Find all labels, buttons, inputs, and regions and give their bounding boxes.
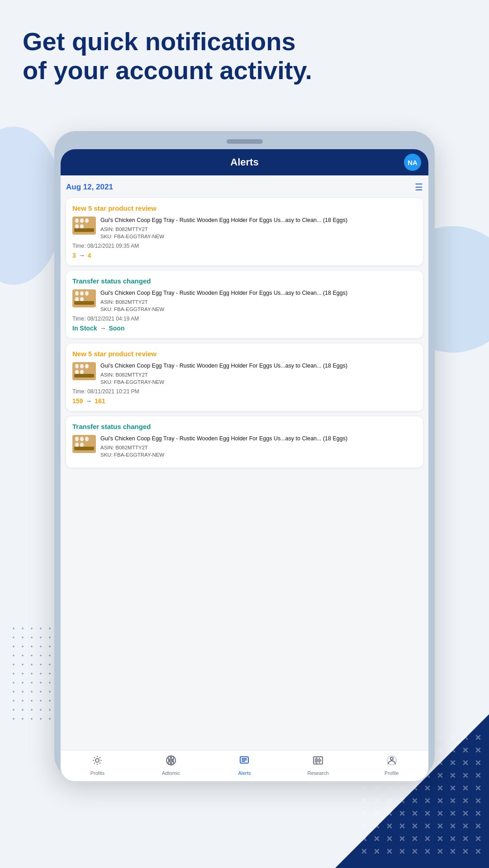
product-asin-4: ASIN: B082MTTY2T [100,444,417,451]
product-name-4: Gui's Chicken Coop Egg Tray - Rustic Woo… [100,435,417,443]
bg-decoration-left [0,127,63,285]
product-sku-1: SKU: FBA-EGGTRAY-NEW [100,233,417,240]
product-sku-2: SKU: FBA-EGGTRAY-NEW [100,306,417,313]
nav-label-profile: Profile [385,770,399,776]
alert-title-4: Transfer status changed [72,423,417,430]
arrow-1: → [79,252,85,259]
svg-point-17 [390,757,393,760]
alert-card-2[interactable]: Transfer status changed Gui's Chicken Co… [66,271,423,338]
alert-card-3[interactable]: New 5 star product review Gui's Chicken … [66,344,423,411]
app-title: Alerts [230,156,258,168]
alert-title-3: New 5 star product review [72,350,417,358]
bottom-nav: Profits Adtomic [61,750,428,781]
to-value-2: Soon [109,325,124,332]
rating-change-1: 3 → 4 [72,252,417,259]
product-asin-1: ASIN: B082MTTY2T [100,226,417,233]
research-icon [313,755,323,769]
product-row-1: Gui's Chicken Coop Egg Tray - Rustic Woo… [72,217,417,240]
page-headline: Get quick notifications of your account … [23,27,466,85]
headline-line2: of your account activity. [23,56,312,85]
alert-card-1[interactable]: New 5 star product review Gui's Chicken … [66,198,423,265]
product-row-4: Gui's Chicken Coop Egg Tray - Rustic Woo… [72,435,417,458]
product-name-2: Gui's Chicken Coop Egg Tray - Rustic Woo… [100,289,417,297]
nav-item-profits[interactable]: Profits [84,755,111,776]
product-image-4 [72,435,96,453]
headline-line1: Get quick notifications [23,27,296,56]
product-asin-3: ASIN: B082MTTY2T [100,371,417,378]
adtomic-icon [166,755,176,769]
product-row-2: Gui's Chicken Coop Egg Tray - Rustic Woo… [72,289,417,313]
date-label: Aug 12, 2021 [66,183,113,192]
nav-label-alerts: Alerts [238,770,251,776]
from-value-1: 3 [72,252,76,259]
alert-title-2: Transfer status changed [72,277,417,285]
from-value-3: 159 [72,397,83,405]
nav-label-profits: Profits [90,770,104,776]
nav-item-profile[interactable]: Profile [378,755,405,776]
from-value-2: In Stock [72,325,97,332]
phone-screen: Alerts NA Aug 12, 2021 ☰ New 5 star prod… [61,149,428,781]
arrow-3: → [85,397,92,405]
status-change-2: In Stock → Soon [72,325,417,332]
user-avatar[interactable]: NA [404,154,421,171]
product-image-3 [72,362,96,380]
nav-label-adtomic: Adtomic [162,770,180,776]
alert-title-1: New 5 star product review [72,204,417,212]
alert-time-2: Time: 08/12/2021 04:19 AM [72,316,417,322]
rating-change-3: 159 → 161 [72,397,417,405]
product-info-1: Gui's Chicken Coop Egg Tray - Rustic Woo… [100,217,417,240]
svg-point-3 [95,759,99,762]
app-header: Alerts NA [61,149,428,175]
filter-icon[interactable]: ☰ [415,182,423,193]
nav-label-research: Research [308,770,329,776]
alert-card-4[interactable]: Transfer status changed Gui's Chicken Co… [66,416,423,467]
to-value-1: 4 [88,252,91,259]
product-row-3: Gui's Chicken Coop Egg Tray - Rustic Woo… [72,362,417,386]
date-header: Aug 12, 2021 ☰ [66,182,423,193]
product-name-1: Gui's Chicken Coop Egg Tray - Rustic Woo… [100,217,417,224]
to-value-3: 161 [95,397,105,405]
profits-icon [92,755,103,769]
product-sku-4: SKU: FBA-EGGTRAY-NEW [100,451,417,458]
product-image-2 [72,289,96,307]
nav-item-adtomic[interactable]: Adtomic [157,755,185,776]
phone-mockup: Alerts NA Aug 12, 2021 ☰ New 5 star prod… [54,131,435,778]
product-asin-2: ASIN: B082MTTY2T [100,298,417,306]
nav-item-research[interactable]: Research [304,755,332,776]
product-info-3: Gui's Chicken Coop Egg Tray - Rustic Woo… [100,362,417,386]
product-image-1 [72,217,96,235]
product-info-2: Gui's Chicken Coop Egg Tray - Rustic Woo… [100,289,417,313]
product-info-4: Gui's Chicken Coop Egg Tray - Rustic Woo… [100,435,417,458]
alert-time-3: Time: 08/11/2021 10:21 PM [72,388,417,395]
product-sku-3: SKU: FBA-EGGTRAY-NEW [100,378,417,386]
alerts-content: Aug 12, 2021 ☰ New 5 star product review… [61,175,428,750]
svg-point-4 [170,760,172,761]
phone-notch [227,139,263,144]
nav-item-alerts[interactable]: Alerts [231,755,258,776]
arrow-2: → [100,325,106,332]
profile-icon [386,755,397,769]
alert-time-1: Time: 08/12/2021 09:35 AM [72,243,417,249]
alerts-icon [239,755,250,769]
product-name-3: Gui's Chicken Coop Egg Tray - Rustic Woo… [100,362,417,370]
